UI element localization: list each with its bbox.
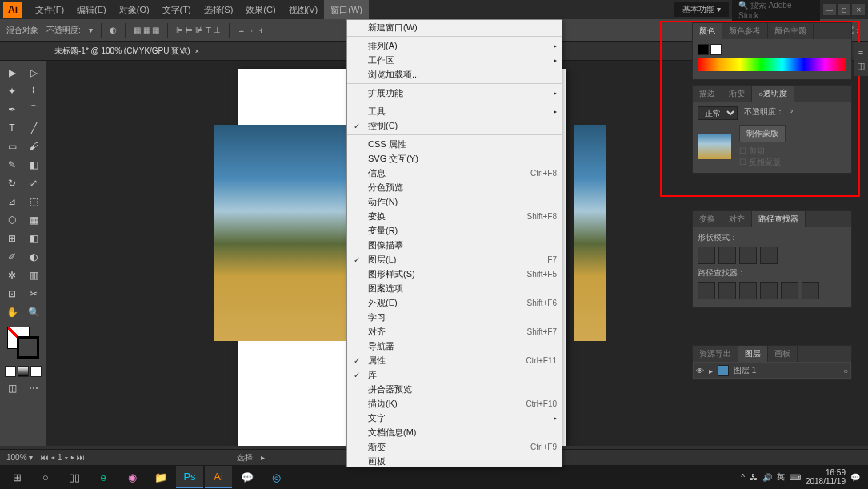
align-group-icons[interactable]: ⊫ ⊨ ⊯ ⊤ ⊥ <box>176 26 221 34</box>
close-button[interactable]: ✕ <box>852 4 865 15</box>
asset-export-tab[interactable]: 资源导出 <box>693 346 738 362</box>
graph-tool[interactable]: ▥ <box>23 267 44 284</box>
opacity-value-dropdown[interactable]: › <box>790 106 793 120</box>
intersect-button[interactable] <box>739 247 757 264</box>
menu-item-R[interactable]: 变量(R) <box>347 223 562 238</box>
status-dropdown[interactable]: ▸ <box>261 453 265 462</box>
cortana-icon[interactable]: ○ <box>32 466 59 488</box>
blend-tool[interactable]: ◐ <box>23 248 44 266</box>
menu-item-[interactable]: 工具▸ <box>347 104 562 118</box>
width-tool[interactable]: ⊿ <box>2 193 22 210</box>
layer-row[interactable]: 👁 ▸ 图层 1 ○ <box>694 363 850 378</box>
menu-item-[interactable]: 扩展功能▸ <box>347 86 562 100</box>
menu-window[interactable]: 窗口(W) <box>324 0 369 19</box>
menu-item-S[interactable]: 图形样式(S)Shift+F5 <box>347 267 562 281</box>
divide-button[interactable] <box>698 282 715 299</box>
menu-item-[interactable]: 图像描摹 <box>347 238 562 252</box>
menu-item-[interactable]: 对齐Shift+F7 <box>347 324 562 339</box>
tray-lang[interactable]: 英 <box>777 471 785 483</box>
adobe-stock-search[interactable]: 🔍 搜索 Adobe Stock <box>732 0 820 22</box>
curvature-tool[interactable]: ⌒ <box>23 101 44 118</box>
align-tab[interactable]: 对齐 <box>722 211 752 227</box>
menu-item-[interactable]: 工作区▸ <box>347 53 562 67</box>
menu-item-CSS[interactable]: CSS 属性 <box>347 137 562 151</box>
menu-item-[interactable]: 导航器 <box>347 339 562 353</box>
invert-mask-checkbox-label[interactable]: 反相蒙版 <box>749 158 781 166</box>
menu-edit[interactable]: 编辑(E) <box>70 0 113 19</box>
dock-icon-1[interactable]: ≡ <box>858 46 863 56</box>
app-icon-1[interactable]: ◉ <box>118 466 146 488</box>
placed-image-right[interactable] <box>574 125 606 341</box>
stroke-color[interactable] <box>17 336 39 359</box>
line-tool[interactable]: ╱ <box>23 119 44 137</box>
eraser-tool[interactable]: ◧ <box>23 156 44 174</box>
menu-item-[interactable]: 浏览加载项... <box>347 67 562 82</box>
exclude-button[interactable] <box>760 247 778 264</box>
mode-color[interactable] <box>5 366 16 377</box>
color-guide-tab[interactable]: 颜色参考 <box>722 23 768 39</box>
blend-mode-select[interactable]: 正常 <box>698 106 738 120</box>
rectangle-tool[interactable]: ▭ <box>2 138 22 155</box>
menu-item-E[interactable]: 外观(E)Shift+F6 <box>347 295 562 310</box>
shaper-tool[interactable]: ✎ <box>2 156 22 174</box>
menu-item-W[interactable]: 新建窗口(W) <box>347 20 562 34</box>
menu-item-[interactable]: 图案选项 <box>347 281 562 295</box>
minimize-button[interactable]: — <box>823 4 836 15</box>
menu-object[interactable]: 对象(O) <box>113 0 156 19</box>
align-icons[interactable]: ▦ ▦ ▦ <box>134 26 160 34</box>
screen-mode[interactable]: ◫ <box>2 379 22 397</box>
edit-toolbar[interactable]: ⋯ <box>23 379 44 397</box>
zoom-tool[interactable]: 🔍 <box>23 303 44 321</box>
free-transform-tool[interactable]: ⬚ <box>23 193 44 210</box>
expand-icon[interactable]: ▸ <box>709 367 713 375</box>
swatch-black[interactable] <box>698 44 709 55</box>
menu-item-C[interactable]: 控制(C) <box>347 118 562 133</box>
document-tab[interactable]: 未标题-1* @ 100% (CMYK/GPU 预览) × <box>48 42 206 61</box>
rotate-tool[interactable]: ↻ <box>2 174 22 192</box>
crop-button[interactable] <box>760 282 778 299</box>
shape-builder-tool[interactable]: ⬡ <box>2 211 22 229</box>
menu-item-[interactable]: 属性Ctrl+F11 <box>347 353 562 367</box>
opacity-dropdown[interactable]: ▾ <box>89 26 93 34</box>
tray-clock[interactable]: 16:59 2018/11/19 <box>806 468 846 486</box>
perspective-tool[interactable]: ▦ <box>23 211 44 229</box>
direct-selection-tool[interactable]: ▷ <box>23 64 44 82</box>
clip-checkbox-label[interactable]: 剪切 <box>749 146 765 155</box>
menu-item-[interactable]: 分色预览 <box>347 180 562 194</box>
workspace-switcher[interactable]: 基本功能 ▾ <box>674 2 729 17</box>
menu-item-[interactable]: 库 <box>347 367 562 382</box>
color-spectrum[interactable] <box>698 58 846 71</box>
wechat-icon[interactable]: 💬 <box>234 466 261 488</box>
menu-item-[interactable]: 学习 <box>347 310 562 324</box>
menu-view[interactable]: 视图(V) <box>282 0 325 19</box>
maximize-button[interactable]: ◻ <box>838 4 850 15</box>
transform-tab[interactable]: 变换 <box>693 211 722 227</box>
menu-item-A[interactable]: 排列(A)▸ <box>347 38 562 53</box>
pen-tool[interactable]: ✒ <box>2 101 22 118</box>
layer-target-icon[interactable]: ○ <box>843 367 848 375</box>
mode-gradient[interactable] <box>18 366 29 377</box>
layer-name[interactable]: 图层 1 <box>734 365 756 376</box>
style-icon[interactable]: ◐ <box>110 26 117 34</box>
mesh-tool[interactable]: ⊞ <box>2 230 22 247</box>
menu-item-M[interactable]: 文档信息(M) <box>347 425 562 439</box>
layers-tab[interactable]: 图层 <box>738 346 768 362</box>
make-mask-button[interactable]: 制作蒙版 <box>739 125 786 142</box>
visibility-icon[interactable]: 👁 <box>696 367 704 375</box>
menu-item-L[interactable]: 图层(L)F7 <box>347 252 562 267</box>
tray-ime-icon[interactable]: ⌨ <box>790 473 801 482</box>
stroke-tab[interactable]: 描边 <box>693 86 722 102</box>
menu-file[interactable]: 文件(F) <box>29 0 70 19</box>
tray-volume-icon[interactable]: 🔊 <box>762 473 772 482</box>
menu-item-K[interactable]: 描边(K)Ctrl+F10 <box>347 396 562 411</box>
trim-button[interactable] <box>718 282 736 299</box>
minus-front-button[interactable] <box>718 247 736 264</box>
menu-item-[interactable]: 画板 <box>347 454 562 467</box>
menu-item-[interactable]: 信息Ctrl+F8 <box>347 166 562 180</box>
artboards-tab[interactable]: 画板 <box>768 346 798 362</box>
menu-select[interactable]: 选择(S) <box>198 0 240 19</box>
magic-wand-tool[interactable]: ✦ <box>2 82 22 100</box>
menu-item-SVGY[interactable]: SVG 交互(Y) <box>347 151 562 166</box>
unite-button[interactable] <box>698 247 715 264</box>
type-tool[interactable]: T <box>2 119 22 137</box>
